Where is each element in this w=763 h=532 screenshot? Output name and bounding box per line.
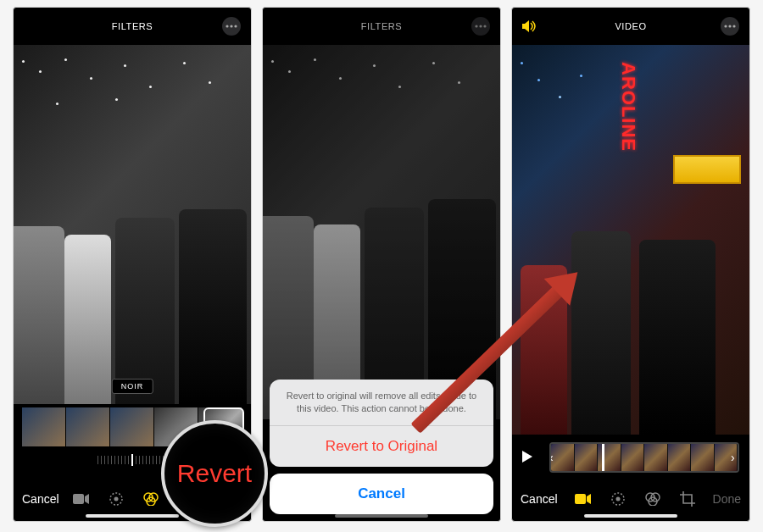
- callout-magnifier-revert: Revert: [161, 420, 268, 527]
- svg-point-2: [234, 25, 237, 27]
- svg-rect-15: [575, 494, 586, 504]
- adjust-tab-icon[interactable]: [610, 491, 626, 507]
- neon-sign: AROLINE: [617, 62, 639, 152]
- screenshot-row: FILTERS NOIR: [0, 0, 763, 529]
- svg-point-12: [724, 25, 727, 27]
- svg-point-0: [226, 25, 228, 27]
- more-options-button[interactable]: [222, 17, 241, 36]
- home-indicator[interactable]: [335, 514, 428, 518]
- phone-screen-video-original: VIDEO AROLINE ‹: [511, 7, 750, 522]
- video-preview[interactable]: AROLINE: [512, 45, 749, 435]
- play-icon: [522, 451, 532, 463]
- video-preview[interactable]: NOIR: [14, 45, 251, 404]
- sheet-cancel-button[interactable]: Cancel: [270, 474, 493, 514]
- phone-screen-revert-sheet: FILTERS NOIR Rever: [262, 7, 501, 522]
- dial-icon: [610, 491, 626, 507]
- callout-label: Revert: [177, 459, 252, 488]
- svg-point-5: [114, 497, 119, 502]
- home-indicator[interactable]: [86, 514, 179, 518]
- filters-icon: [142, 492, 159, 506]
- done-button[interactable]: Done: [713, 492, 741, 506]
- cancel-button[interactable]: Cancel: [22, 492, 59, 506]
- timeline-thumbnails[interactable]: ‹ ›: [549, 442, 739, 473]
- action-sheet-backdrop[interactable]: Revert to original will remove all edits…: [263, 8, 500, 521]
- more-options-button[interactable]: [721, 17, 739, 36]
- crop-tab-icon[interactable]: [680, 491, 695, 507]
- edit-mode-tabs: [575, 491, 695, 507]
- trim-handle-right[interactable]: ›: [731, 444, 739, 471]
- editor-mode-title: FILTERS: [112, 21, 153, 31]
- editor-top-bar: VIDEO: [512, 8, 749, 45]
- dial-icon: [109, 491, 124, 507]
- audio-toggle-button[interactable]: [522, 19, 537, 35]
- current-filter-badge: NOIR: [112, 379, 153, 394]
- video-tab-icon[interactable]: [575, 493, 592, 505]
- svg-rect-3: [73, 494, 84, 504]
- editor-top-bar: FILTERS: [14, 8, 251, 45]
- filters-tab-icon[interactable]: [142, 492, 159, 506]
- cancel-button[interactable]: Cancel: [521, 492, 558, 506]
- revert-to-original-button[interactable]: Revert to Original: [270, 426, 493, 467]
- editor-mode-title: VIDEO: [615, 21, 646, 31]
- camera-icon: [73, 493, 90, 505]
- play-button[interactable]: [522, 451, 541, 465]
- ellipsis-icon: [724, 25, 736, 28]
- svg-point-1: [230, 25, 232, 27]
- ellipsis-icon: [226, 25, 237, 28]
- camera-icon: [575, 493, 592, 505]
- home-indicator[interactable]: [584, 514, 677, 518]
- svg-point-17: [616, 497, 621, 502]
- filters-icon: [644, 492, 661, 506]
- video-timeline[interactable]: ‹ ›: [512, 435, 749, 480]
- trim-handle-left[interactable]: ‹: [549, 444, 558, 471]
- crop-icon: [680, 491, 695, 507]
- video-tab-icon[interactable]: [73, 493, 90, 505]
- playhead[interactable]: [602, 442, 604, 473]
- preview-content: AROLINE: [512, 45, 749, 435]
- svg-point-13: [728, 25, 731, 27]
- speaker-icon: [522, 19, 537, 33]
- adjust-tab-icon[interactable]: [109, 491, 124, 507]
- svg-point-14: [732, 25, 735, 27]
- preview-content: [14, 45, 251, 404]
- filters-tab-icon[interactable]: [644, 492, 661, 506]
